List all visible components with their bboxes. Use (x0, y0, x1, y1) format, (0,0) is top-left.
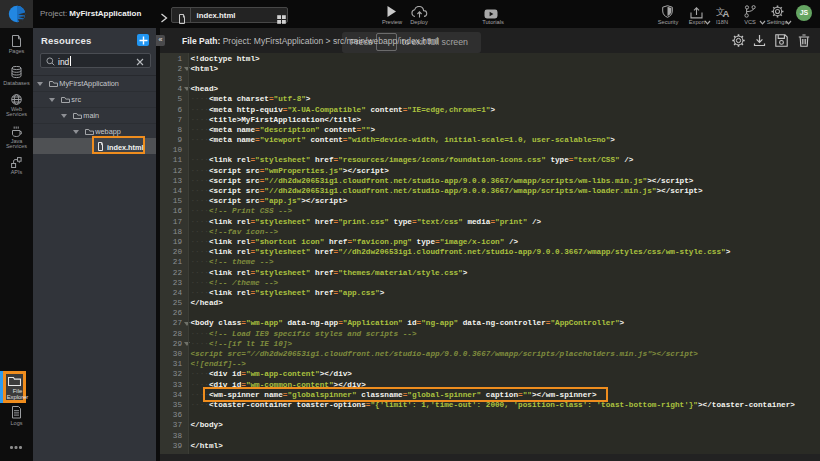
svg-text:A: A (723, 8, 730, 18)
